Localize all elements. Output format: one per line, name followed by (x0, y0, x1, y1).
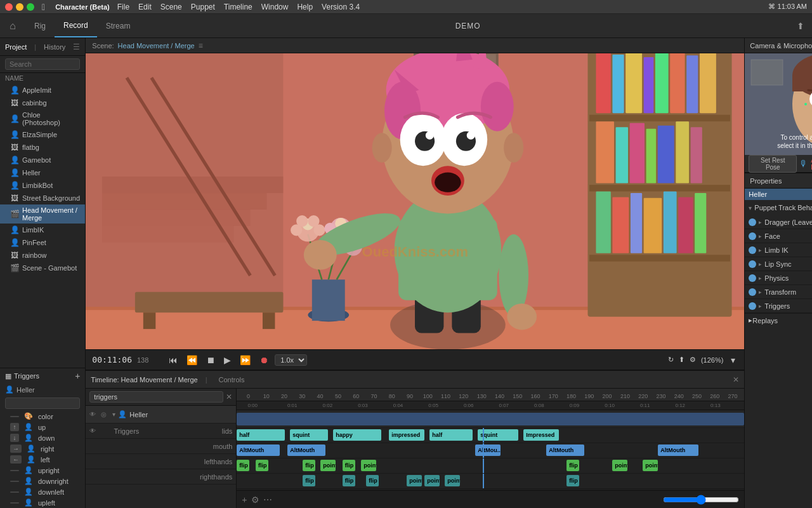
zoom-dropdown[interactable]: ▾ (728, 354, 738, 366)
edit-menu[interactable]: Edit (138, 3, 152, 11)
clip-point2-lh-3[interactable]: point2 (612, 460, 627, 471)
clip-point1-rh-3[interactable]: point1 (445, 475, 460, 486)
set-rest-pose-button[interactable]: Set Rest Pose (749, 155, 797, 173)
refresh-icon[interactable]: ↻ (668, 356, 674, 364)
play-button[interactable]: ▶ (221, 354, 233, 366)
triggers-search-input[interactable] (5, 398, 80, 409)
clip-impressed-1[interactable]: impressed (389, 429, 424, 441)
behavior-expand-arrow[interactable]: ▸ (759, 261, 762, 267)
apple-menu[interactable]:  (42, 2, 45, 12)
clip-half-2[interactable]: half (429, 429, 473, 441)
trigger-item-down[interactable]: ↓ 👤 down (0, 432, 85, 443)
trigger-item-downright[interactable]: 👤 downright (0, 476, 85, 486)
clip-flip-lh-2[interactable]: flip (256, 460, 268, 471)
behavior-expand-arrow[interactable]: ▸ (759, 247, 762, 253)
trigger-item-upright[interactable]: 👤 upright (0, 465, 85, 476)
scene-menu-icon[interactable]: ≡ (199, 41, 203, 50)
clip-altmouth-3[interactable]: AltMou... (475, 444, 501, 456)
track-expand-button[interactable]: ▾ (112, 411, 115, 418)
behavior-visibility-dot[interactable] (749, 288, 756, 296)
behavior-expand-arrow[interactable]: ▸ (759, 275, 762, 281)
project-item-cabinbg[interactable]: 🖼 cabinbg (0, 97, 85, 109)
add-trigger-button[interactable]: + (75, 371, 80, 381)
clip-altmouth-5[interactable]: AltMouth (658, 444, 698, 456)
minimize-button[interactable] (16, 3, 23, 11)
project-item-streetbg[interactable]: 🖼 Street Background (0, 192, 85, 204)
timeline-more-button[interactable]: ⋯ (263, 495, 272, 505)
settings-icon[interactable]: ⚙ (690, 356, 696, 364)
project-item-limbik[interactable]: 👤 LimbIK (0, 224, 85, 236)
track-solo-button[interactable]: ◎ (101, 411, 110, 418)
clip-point1-rh-2[interactable]: point1 (424, 475, 440, 486)
clip-point2-lh-1[interactable]: point2 (320, 460, 336, 471)
behavior-expand-arrow[interactable]: ▸ (759, 233, 762, 239)
history-tab[interactable]: History (44, 43, 65, 51)
clip-flip-rh-3[interactable]: flip (366, 475, 379, 486)
step-forward-button[interactable]: ⏩ (237, 354, 253, 366)
window-menu[interactable]: Window (261, 3, 289, 11)
stop-button[interactable]: ⏹ (204, 354, 218, 366)
clip-squint-2[interactable]: squint (478, 429, 518, 441)
project-item-flatbg[interactable]: 🖼 flatbg (0, 141, 85, 154)
trigger-item-right[interactable]: → 👤 right (0, 443, 85, 454)
project-item-limbikbot[interactable]: 👤 LimbikBot (0, 179, 85, 192)
go-to-start-button[interactable]: ⏮ (166, 354, 180, 366)
timeline-settings-button[interactable]: ⚙ (251, 495, 259, 505)
close-button[interactable] (5, 3, 13, 11)
puppet-selector[interactable]: Heller (745, 189, 812, 200)
trigger-item-downleft[interactable]: 👤 downleft (0, 486, 85, 497)
project-search-input[interactable] (5, 58, 80, 70)
project-item-heller[interactable]: 👤 Heller (0, 166, 85, 179)
share-button[interactable]: ⬆ (797, 21, 804, 31)
behavior-expand-arrow[interactable]: ▸ (759, 303, 762, 309)
clip-altmouth-1[interactable]: AltMouth (237, 444, 280, 456)
record-button[interactable]: ⏺ (257, 354, 271, 366)
behavior-visibility-dot[interactable] (749, 246, 756, 254)
timeline-menu[interactable]: Timeline (224, 3, 252, 11)
controls-tab[interactable]: Controls (215, 376, 249, 384)
project-item-chloe[interactable]: 👤 Chloe (Photoshop) (0, 109, 85, 128)
trigger-item-color[interactable]: 🎨 color (0, 411, 85, 422)
timeline-zoom-slider[interactable] (663, 495, 739, 505)
file-menu[interactable]: File (117, 3, 129, 11)
clip-flip-rh-2[interactable]: flip (343, 475, 355, 486)
maximize-button[interactable] (27, 3, 34, 11)
behavior-expand-arrow[interactable]: ▸ (759, 289, 762, 295)
project-item-elzasimple[interactable]: 👤 ElzaSimple (0, 128, 85, 141)
behavior-visibility-dot[interactable] (749, 218, 756, 226)
clip-flip-rh-4[interactable]: flip (566, 475, 579, 486)
clip-flip-lh-1[interactable]: flip (237, 460, 249, 471)
project-tab[interactable]: Project (5, 43, 27, 51)
clip-flip-rh-1[interactable]: flip (303, 475, 315, 486)
clip-half-1[interactable]: half (237, 429, 285, 441)
speed-selector[interactable]: 1.0x 0.5x 2.0x (275, 354, 307, 366)
clip-point2-lh-4[interactable]: point2 (643, 460, 658, 471)
project-item-gamebot[interactable]: 👤 Gamebot (0, 154, 85, 166)
trigger-item-up[interactable]: ↑ 👤 up (0, 422, 85, 432)
track-visibility-button[interactable]: 👁 (89, 427, 98, 434)
timeline-close-button[interactable]: ✕ (733, 375, 739, 384)
track-visibility-button[interactable]: 👁 (89, 411, 98, 418)
puppet-menu[interactable]: Puppet (191, 3, 215, 11)
export-icon[interactable]: ⬆ (679, 356, 684, 364)
timeline-search-input[interactable] (89, 391, 223, 403)
tab-record[interactable]: Record (55, 14, 97, 37)
clip-happy[interactable]: happy (333, 429, 381, 441)
tab-stream[interactable]: Stream (97, 14, 140, 37)
behavior-visibility-dot[interactable] (749, 232, 756, 240)
project-menu-icon[interactable]: ☰ (73, 43, 80, 51)
project-item-pinfeet[interactable]: 👤 PinFeet (0, 236, 85, 249)
step-back-button[interactable]: ⏪ (184, 354, 200, 366)
clip-flip-lh-5[interactable]: flip (566, 460, 579, 471)
project-item-rainbow[interactable]: 🖼 rainbow (0, 249, 85, 262)
clip-point2-lh-2[interactable]: point2 (361, 460, 376, 471)
clip-point1-rh-1[interactable]: point1 (407, 475, 422, 486)
clip-impressed-2[interactable]: Impressed (523, 429, 559, 441)
microphone-icon[interactable]: 🎙 (799, 159, 808, 169)
behavior-expand-arrow[interactable]: ▸ (759, 219, 762, 225)
timeline-search-clear[interactable]: ✕ (226, 392, 232, 401)
behavior-visibility-dot[interactable] (749, 260, 756, 268)
project-item-appleimit[interactable]: 👤 AppleImit (0, 84, 85, 97)
behavior-visibility-dot[interactable] (749, 302, 756, 310)
trigger-item-upleft[interactable]: 👤 upleft (0, 497, 85, 508)
